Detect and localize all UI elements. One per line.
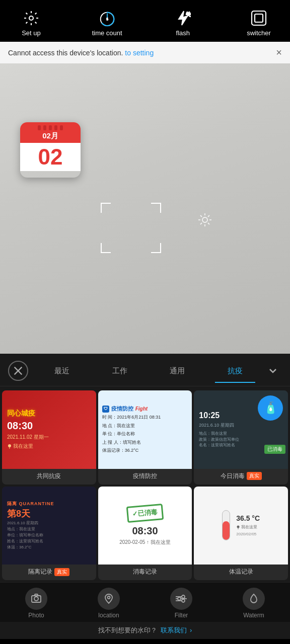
sticker-xiaodujilu[interactable]: ✓已消毒 08:30 2020-02-05 ↑ 我在这里 消毒记录 [98,487,192,581]
bottom-photo-button[interactable]: Photo [0,588,72,619]
sticker-5-label: 消毒记录 [133,568,157,576]
location-banner: Cannot access this device's location. to… [0,42,290,63]
svg-point-10 [202,217,207,222]
location-setting-link[interactable]: to setting [125,49,154,57]
location-message: Cannot access this device's location. [8,49,123,57]
bottom-filter-button[interactable]: Filter [145,588,218,619]
camera-viewfinder[interactable]: Cannot access this device's location. to… [0,42,290,354]
sticker-4-preview: 隔离 QUARANTINE 第8天 2021.6.10 星期四地点：我在这里单位… [2,487,96,565]
bottom-waterm-button[interactable]: Waterm [218,588,290,619]
category-tabs: 最近 工作 通用 抗疫 [0,354,290,386]
svg-point-26 [108,596,110,599]
sticker-yiqingfangkong[interactable]: 🛡 疫情防控 Fight 时 间：2021年6月21日 08:31 地 点：我在… [98,390,192,485]
svg-point-22 [237,525,240,528]
sticker-6-label: 体温记录 [229,568,253,576]
sticker-tiwenjilu[interactable]: 36.5 °C 我在这里 2020/02/05 体温记录 [194,487,288,581]
svg-rect-9 [255,14,263,22]
sticker-gelijijlu[interactable]: 隔离 QUARANTINE 第8天 2021.6.10 星期四地点：我在这里单位… [2,487,96,581]
tab-antivirus[interactable]: 抗疫 [206,364,264,378]
sticker-3-preview: 🧴 已消毒 10:25 2021.6.10 星期四 地点：我在这里政策：政策信息… [194,390,288,469]
toolbar: Set up 5 time count 关 flash [0,0,290,42]
sticker-2-preview: 🛡 疫情防控 Fight 时 间：2021年6月21日 08:31 地 点：我在… [98,390,192,469]
waterm-label: Waterm [243,612,264,619]
switcher-label: switcher [247,29,271,37]
tab-work[interactable]: 工作 [91,364,149,378]
location-banner-close[interactable]: × [276,47,282,58]
calendar-day: 02 [20,143,81,171]
sticker-5-preview: ✓已消毒 08:30 2020-02-05 ↑ 我在这里 [98,487,192,565]
waterm-icon [243,588,265,610]
brightness-control[interactable] [198,213,212,230]
sticker-3-badge: 真实 [247,472,262,480]
svg-rect-25 [35,594,38,596]
setup-button[interactable]: Set up [16,9,46,37]
promo-footer: 找不到想要的水印？ 联系我们 › [0,622,290,639]
bottom-bar: Photo location [0,582,290,622]
promo-text: 找不到想要的水印？ [98,626,157,634]
svg-line-16 [208,223,209,224]
promo-arrow: › [190,626,192,634]
svg-text:5: 5 [106,17,108,22]
svg-line-17 [208,215,209,217]
switcher-icon [250,9,268,27]
filter-icon [170,588,192,610]
sticker-6-preview: 36.5 °C 我在这里 2020/02/05 [194,487,288,565]
svg-text:关: 关 [186,12,191,17]
sticker-2-label: 疫情防控 [133,472,157,480]
time-count-label: time count [92,29,122,37]
switcher-button[interactable]: switcher [244,9,274,37]
svg-point-27 [178,597,181,600]
flash-button[interactable]: 关 flash [168,9,198,37]
clear-filter-button[interactable] [8,361,28,381]
time-count-icon: 5 [98,9,116,27]
setup-icon [22,9,40,27]
sticker-jinrixiaodu[interactable]: 🧴 已消毒 10:25 2021.6.10 星期四 地点：我在这里政策：政策信息… [194,390,288,485]
tab-general[interactable]: 通用 [149,364,206,378]
promo-link[interactable]: 联系我们 [161,626,187,634]
sticker-4-label: 隔离记录 [28,568,52,576]
flash-label: flash [176,29,190,37]
photo-label: Photo [28,612,44,619]
bottom-location-button[interactable]: location [72,588,145,619]
svg-point-0 [29,16,33,20]
filter-label: Filter [175,612,188,619]
location-icon [98,588,120,610]
bottom-panel: 最近 工作 通用 抗疫 同心城疫 08:30 2021.11.02 星期一 我在… [0,354,290,639]
setup-label: Set up [22,29,41,37]
svg-point-24 [34,597,38,601]
calendar-widget: 02月 02 [20,122,81,178]
calendar-top: 02月 [20,122,81,143]
svg-point-21 [8,444,11,447]
camera-focus-box [101,203,161,253]
calendar-month: 02月 [42,131,58,140]
expand-categories-button[interactable] [264,362,282,380]
sticker-1-label: 共同抗疫 [37,472,61,480]
svg-point-28 [182,595,185,598]
flash-icon: 关 [174,9,192,27]
time-count-button[interactable]: 5 time count [92,9,122,37]
sticker-gongtonkangyi[interactable]: 同心城疫 08:30 2021.11.02 星期一 我在这里 共同抗疫 [2,390,96,485]
tab-recent[interactable]: 最近 [33,364,91,378]
svg-rect-8 [252,11,266,25]
sticker-grid: 同心城疫 08:30 2021.11.02 星期一 我在这里 共同抗疫 🛡 疫情… [0,386,290,582]
svg-line-15 [200,215,202,217]
svg-line-18 [200,223,202,224]
photo-icon [25,588,47,610]
sticker-1-preview: 同心城疫 08:30 2021.11.02 星期一 我在这里 [2,390,96,469]
sticker-4-badge: 真实 [54,568,69,576]
svg-point-29 [182,599,185,602]
sticker-3-label: 今日消毒 [221,472,245,480]
location-label: location [98,612,119,619]
